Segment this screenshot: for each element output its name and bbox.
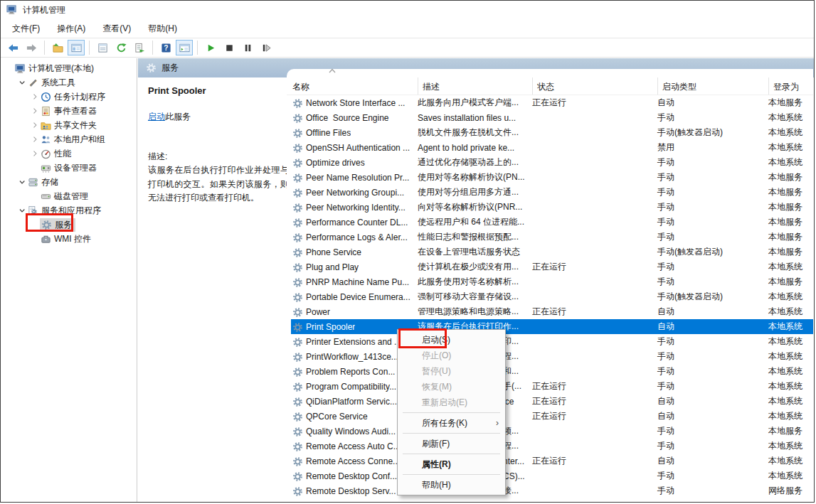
- context-menu-item-properties[interactable]: 属性(R): [398, 456, 505, 472]
- tree-item-disk[interactable]: 磁盘管理: [1, 189, 137, 203]
- context-menu-item-all-tasks[interactable]: 所有任务(K)›: [398, 415, 505, 431]
- service-name: Remote Desktop Serv...: [306, 486, 396, 496]
- service-gear-icon: [292, 262, 302, 272]
- tree-item-computer[interactable]: 计算机管理(本地): [1, 61, 137, 75]
- chevron-down-icon[interactable]: [16, 77, 27, 88]
- refresh-icon[interactable]: [112, 40, 129, 55]
- service-row-selected[interactable]: Print Spooler该服务在后台执行打印作...自动本地系统: [291, 319, 813, 334]
- service-logon-as-cell: 本地系统: [764, 336, 813, 348]
- service-gear-icon: [292, 292, 302, 302]
- forward-icon[interactable]: [23, 40, 40, 55]
- restart-service-icon[interactable]: [258, 40, 275, 55]
- tree-item-clock[interactable]: 任务计划程序: [1, 90, 137, 104]
- show-action-pane-icon[interactable]: [176, 40, 193, 55]
- tree-item-svcApps[interactable]: 服务和应用程序: [1, 203, 137, 218]
- show-console-tree-icon[interactable]: [68, 40, 85, 55]
- service-row[interactable]: Performance Counter DL...使远程用户和 64 位进程能.…: [291, 215, 813, 230]
- column-header-logon-as[interactable]: 登录为: [768, 77, 813, 95]
- context-menu-item-refresh[interactable]: 刷新(F): [398, 436, 505, 451]
- start-service-link[interactable]: 启动: [148, 112, 165, 122]
- service-row[interactable]: Peer Name Resolution Pr...使用对等名称解析协议(PN.…: [291, 170, 813, 185]
- service-row[interactable]: Office Source EngineSaves installation f…: [291, 110, 813, 125]
- service-description-cell: 向对等名称解析协议(PNR...: [413, 201, 528, 213]
- menu-action[interactable]: 操作(A): [50, 21, 92, 37]
- context-menu-item-help[interactable]: 帮助(H): [398, 477, 505, 493]
- column-header-status[interactable]: 状态: [532, 77, 657, 95]
- start-service-icon[interactable]: [202, 40, 219, 55]
- service-row[interactable]: Offline Files脱机文件服务在脱机文件...手动(触发器启动)本地系统: [291, 125, 813, 140]
- service-name: Performance Counter DL...: [306, 218, 408, 227]
- service-row[interactable]: Peer Networking Identity...向对等名称解析协议(PNR…: [291, 200, 813, 215]
- tree-item-tools[interactable]: 系统工具: [1, 75, 137, 90]
- column-header-startup-type[interactable]: 启动类型: [657, 77, 768, 95]
- service-startup-type-cell: 手动(触发器启动): [653, 246, 764, 258]
- tree-item-storage[interactable]: 存储: [1, 175, 137, 189]
- service-name-cell: Phone Service: [291, 247, 413, 257]
- properties-icon[interactable]: [94, 40, 111, 55]
- chevron-down-icon[interactable]: [16, 177, 27, 188]
- tree-item-perf[interactable]: 性能: [1, 146, 137, 161]
- service-row[interactable]: PNRP Machine Name Pu...此服务使用对等名称解析...手动本…: [291, 274, 813, 289]
- service-row[interactable]: Quality Windows Audi...频...手动本地服务: [291, 424, 813, 439]
- export-list-icon[interactable]: [131, 40, 148, 55]
- service-logon-as-cell: 本地系统: [764, 410, 813, 422]
- chevron-right-icon[interactable]: [29, 134, 40, 145]
- service-gear-icon: [292, 382, 302, 392]
- service-row[interactable]: Plug and Play使计算机在极少或没有用...正在运行手动本地系统: [291, 259, 813, 274]
- tree-item-wmi[interactable]: WMI 控件: [1, 232, 137, 246]
- tree-item-sharedFolder[interactable]: 共享文件夹: [1, 118, 137, 132]
- context-menu-item-pause: 暂停(U): [398, 363, 505, 379]
- service-row[interactable]: QPCore Service正在运行自动本地系统: [291, 409, 813, 424]
- tree-item-device[interactable]: 设备管理器: [1, 161, 137, 175]
- service-name: Problem Reports Con...: [306, 367, 395, 377]
- pause-service-icon[interactable]: [239, 40, 256, 55]
- service-name: PNRP Machine Name Pu...: [306, 277, 409, 287]
- back-icon[interactable]: [4, 40, 21, 55]
- menu-help[interactable]: 帮助(H): [141, 21, 184, 37]
- tree-item-label: 任务计划程序: [54, 91, 105, 103]
- toolbar-separator: [152, 41, 153, 55]
- service-logon-as-cell: 本地服务: [764, 201, 813, 213]
- service-row[interactable]: Network Store Interface ...此服务向用户模式客户端..…: [291, 95, 813, 110]
- up-folder-icon[interactable]: [49, 40, 66, 55]
- service-description-cell: 强制可移动大容量存储设...: [413, 291, 528, 303]
- service-row[interactable]: Peer Networking Groupi...使用对等分组启用多方通...手…: [291, 185, 813, 200]
- service-gear-icon: [292, 337, 302, 347]
- window-title: 计算机管理: [23, 4, 65, 16]
- service-row[interactable]: PrintWorkflow_1413ce...程...手动本地系统: [291, 349, 813, 364]
- service-row[interactable]: Phone Service在设备上管理电话服务状态手动(触发器启动)本地服务: [291, 245, 813, 259]
- chevron-right-icon[interactable]: [29, 106, 40, 117]
- service-row[interactable]: OpenSSH Authentication ...Agent to hold …: [291, 140, 813, 155]
- chevron-down-icon[interactable]: [16, 205, 27, 216]
- menu-view[interactable]: 查看(V): [95, 21, 138, 37]
- service-row[interactable]: Remote Desktop Conf...CS)...手动本地系统: [291, 468, 813, 483]
- service-row[interactable]: QiDianPlatform Servic...ice正在运行自动本地系统: [291, 394, 813, 409]
- stop-service-icon[interactable]: [221, 40, 238, 55]
- service-row[interactable]: Portable Device Enumera...强制可移动大容量存储设...…: [291, 289, 813, 304]
- service-row[interactable]: Program Compatibility...手(...正在运行手动本地系统: [291, 379, 813, 394]
- service-row[interactable]: Optimize drives通过优化存储驱动器上的...手动本地系统: [291, 155, 813, 170]
- service-row[interactable]: Remote Access Auto C...程...手动本地系统: [291, 439, 813, 454]
- service-description-cell: 此服务使用对等名称解析...: [413, 276, 528, 288]
- tree-item-users[interactable]: 本地用户和组: [1, 132, 137, 146]
- help-icon[interactable]: ?: [157, 40, 174, 55]
- menu-file[interactable]: 文件(F): [5, 21, 47, 37]
- service-row[interactable]: Remote Access Conne...nter...正在运行自动本地系统: [291, 454, 813, 468]
- service-name-cell: Peer Networking Groupi...: [291, 188, 413, 198]
- service-row[interactable]: Performance Logs & Aler...性能日志和警报根据预配...…: [291, 230, 813, 245]
- column-header-name[interactable]: 名称: [287, 77, 418, 95]
- chevron-right-icon[interactable]: [29, 120, 40, 131]
- chevron-right-icon[interactable]: [29, 92, 40, 102]
- column-header-description[interactable]: 描述: [418, 77, 532, 95]
- tree-item-eventlog[interactable]: 事件查看器: [1, 104, 137, 118]
- service-startup-type-cell: 手动: [653, 216, 764, 228]
- service-row[interactable]: Printer Extensions and ...印...手动本地系统: [291, 334, 813, 349]
- service-name: Phone Service: [306, 247, 361, 257]
- tree-item-services-selected[interactable]: 服务: [1, 218, 137, 232]
- service-row[interactable]: Power管理电源策略和电源策略...正在运行自动本地系统: [291, 304, 813, 319]
- chevron-right-icon[interactable]: [29, 149, 40, 159]
- context-menu-item-start[interactable]: 启动(S): [398, 332, 505, 348]
- service-gear-icon: [292, 307, 302, 317]
- service-row[interactable]: Problem Reports Con...和...手动本地系统: [291, 364, 813, 379]
- service-row[interactable]: Remote Desktop Serv...接...手动网络服务: [291, 483, 813, 498]
